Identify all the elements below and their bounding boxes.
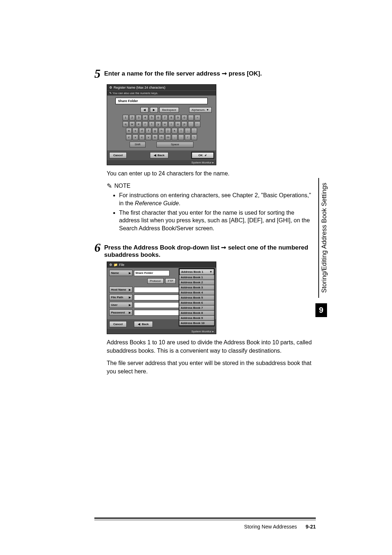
key-t[interactable]: t <box>149 121 155 127</box>
key-backslash[interactable]: \ <box>191 134 197 140</box>
key-semicolon[interactable]: ; <box>185 128 191 134</box>
key-r[interactable]: r <box>142 121 148 127</box>
step-6-para-1: Address Books 1 to 10 are used to divide… <box>107 339 316 355</box>
host-name-label[interactable]: Host Name▶ <box>109 287 132 293</box>
note-icon: ✎ <box>107 182 112 190</box>
key-4[interactable]: 4 <box>142 115 148 121</box>
note-block: ✎ NOTE For instructions on entering char… <box>107 182 316 232</box>
page-number: 9-21 <box>306 524 316 530</box>
key-2[interactable]: 2 <box>129 115 135 121</box>
key-enter-arrow[interactable]: ← <box>195 121 200 127</box>
key-u[interactable]: u <box>162 121 168 127</box>
name-field-label[interactable]: Name▶ <box>109 270 132 276</box>
key-s[interactable]: s <box>132 128 138 134</box>
key-equals[interactable]: = <box>195 115 200 121</box>
address-book-option-3[interactable]: Address Book 3 <box>179 285 214 290</box>
step-5-number: 5 <box>94 68 101 80</box>
key-j[interactable]: j <box>165 128 171 134</box>
keyboard-row-2: q w e r t y u i o p ` ← <box>109 121 214 127</box>
key-6[interactable]: 6 <box>155 115 161 121</box>
cursor-left-button[interactable]: ◀ <box>140 107 148 113</box>
step-5-title: Enter a name for the file server address… <box>104 69 262 77</box>
key-c[interactable]: c <box>139 134 145 140</box>
key-m[interactable]: m <box>165 134 171 140</box>
user-label[interactable]: User▶ <box>109 302 132 308</box>
space-key[interactable]: Space <box>156 142 193 147</box>
key-a[interactable]: a <box>126 128 132 134</box>
key-b[interactable]: b <box>152 134 158 140</box>
chevron-down-icon: ▼ <box>206 108 209 112</box>
cancel-button[interactable]: Cancel <box>109 321 127 327</box>
enter-icon: ↲ <box>204 154 207 157</box>
key-9[interactable]: 9 <box>175 115 181 121</box>
key-v[interactable]: v <box>146 134 151 140</box>
protocol-value[interactable]: FTP <box>165 278 176 284</box>
key-q[interactable]: q <box>123 121 128 127</box>
key-p[interactable]: p <box>181 121 187 127</box>
password-label[interactable]: Password▶ <box>109 309 132 316</box>
backspace-button[interactable]: Backspace <box>159 107 179 113</box>
back-button[interactable]: ◀ Back <box>150 152 169 158</box>
key-z[interactable]: z <box>126 134 132 140</box>
gear-icon: ⚙ <box>109 86 112 89</box>
key-0[interactable]: 0 <box>181 115 187 121</box>
key-x[interactable]: x <box>132 134 138 140</box>
arrow-icon: ➞ <box>222 70 227 77</box>
key-7[interactable]: 7 <box>162 115 168 121</box>
address-book-option-6[interactable]: Address Book 6 <box>179 300 214 305</box>
key-backtick[interactable]: ` <box>188 121 194 127</box>
key-comma[interactable]: , <box>172 134 177 140</box>
key-apostrophe[interactable]: ' <box>191 128 197 134</box>
gear-icon: ⚙ <box>109 263 112 267</box>
system-monitor-button[interactable]: System Monitor ▸ <box>107 160 216 165</box>
back-arrow-icon: ◀ <box>154 154 156 157</box>
register-name-screenshot: ⚙Register Name (Max 24 characters) ✎ You… <box>107 84 316 165</box>
address-book-option-5[interactable]: Address Book 5 <box>179 295 214 300</box>
key-o[interactable]: o <box>175 121 181 127</box>
key-k[interactable]: k <box>172 128 177 134</box>
key-8[interactable]: 8 <box>168 115 174 121</box>
address-book-dropdown[interactable]: Address Book 1▼ Address Book 1 Address B… <box>179 268 215 326</box>
address-book-option-4[interactable]: Address Book 4 <box>179 290 214 295</box>
cancel-button[interactable]: Cancel <box>109 152 127 158</box>
key-i[interactable]: i <box>168 121 174 127</box>
address-book-option-8[interactable]: Address Book 8 <box>179 311 214 316</box>
chevron-right-icon: ▶ <box>129 304 131 307</box>
key-y[interactable]: y <box>155 121 161 127</box>
address-book-dropdown-screenshot: ⚙ 📁 File Name▶ Share Folder Protocol: FT… <box>107 262 316 334</box>
key-d[interactable]: d <box>139 128 145 134</box>
shift-key[interactable]: Shift <box>130 142 146 147</box>
back-arrow-icon: ◀ <box>138 323 140 326</box>
address-book-option-10[interactable]: Address Book 10 <box>179 321 214 326</box>
key-1[interactable]: 1 <box>123 115 128 121</box>
key-hyphen[interactable]: - <box>188 115 194 121</box>
file-path-label[interactable]: File Path▶ <box>109 294 132 300</box>
key-h[interactable]: h <box>159 128 164 134</box>
step-6-para-2: The file server address that you enter w… <box>107 359 316 376</box>
key-n[interactable]: n <box>159 134 164 140</box>
key-w[interactable]: w <box>129 121 135 127</box>
address-book-option-7[interactable]: Address Book 7 <box>179 305 214 311</box>
name-field-value: Share Folder <box>134 270 170 276</box>
system-monitor-button[interactable]: System Monitor ▸ <box>107 329 216 334</box>
ok-button[interactable]: OK ↲ <box>192 152 214 158</box>
address-book-option-9[interactable]: Address Book 9 <box>179 316 214 321</box>
file-tab[interactable]: File <box>119 263 124 267</box>
chapter-tab: Storing/Editing Address Book Settings 9 <box>316 178 328 298</box>
step-5-caption: You can enter up to 24 characters for th… <box>107 170 316 178</box>
address-book-option-2[interactable]: Address Book 2 <box>179 280 214 285</box>
key-period[interactable]: . <box>178 134 184 140</box>
key-l[interactable]: l <box>178 128 184 134</box>
key-g[interactable]: g <box>152 128 158 134</box>
key-3[interactable]: 3 <box>136 115 142 121</box>
entry-mode-dropdown[interactable]: Alphanum. ▼ <box>189 107 212 113</box>
key-5[interactable]: 5 <box>149 115 155 121</box>
key-e[interactable]: e <box>136 121 142 127</box>
back-button[interactable]: ◀ Back <box>134 321 153 327</box>
key-slash[interactable]: / <box>185 134 191 140</box>
chevron-down-icon: ▼ <box>209 270 212 274</box>
name-input[interactable]: Share Folder <box>115 98 208 104</box>
address-book-option-1[interactable]: Address Book 1 <box>179 275 214 280</box>
cursor-right-button[interactable]: ▶ <box>150 107 158 113</box>
key-f[interactable]: f <box>146 128 151 134</box>
